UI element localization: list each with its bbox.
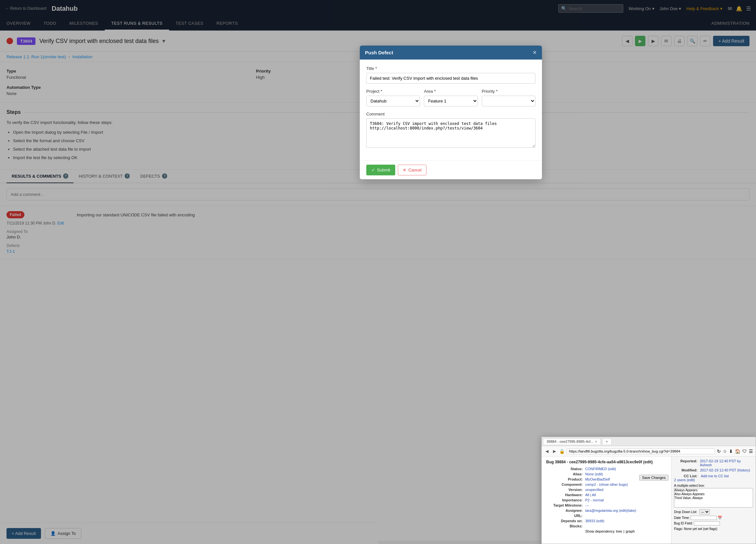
priority-select[interactable] [482, 96, 535, 106]
dropdown-label: Drop Down List: [674, 510, 697, 514]
bugzilla-urlbar: ◀ ▶ 🔒 ↻ ☆ ⬇ 🏠 🛡 ☰ [542, 446, 756, 456]
priority-col: Priority * [482, 89, 535, 106]
calendar-icon[interactable]: 📅 [718, 516, 722, 520]
comment-textarea[interactable]: T3604: Verify CSV import with enclosed t… [366, 118, 535, 148]
lock-icon: 🔒 [559, 449, 565, 454]
date-section: Date Time: 📅 [674, 516, 753, 520]
bugzilla-right-panel: Reported: 2017-02-19 12:40 PST by Ashesh… [671, 456, 756, 541]
cancel-button[interactable]: ✕ Cancel [398, 165, 426, 175]
modal-title: Push Defect [365, 50, 393, 55]
show-dep-row: Show dependency tree | graph [585, 529, 667, 533]
bugzilla-tab[interactable]: 39884 - cee27995-8985-4cf... ✕ [543, 438, 601, 444]
bug-target-row: Target Milestone: --- [546, 503, 667, 507]
priority-label: Priority * [482, 89, 535, 94]
bugzilla-tab-close[interactable]: ✕ [595, 440, 597, 443]
new-tab-button[interactable]: + [602, 438, 611, 444]
reported-row: Reported: 2017-02-19 12:40 PST by Ashesh [674, 459, 753, 467]
project-area-priority-row: Project * Datahub Area * Feature 1 Prior… [366, 89, 535, 106]
bug-depends-row: Depends on: 38933 (edit) [546, 519, 667, 523]
bug-assignee-row: Assignee: tara@regularista.org (edit)(ta… [546, 509, 667, 512]
star-icon[interactable]: ☆ [723, 449, 727, 454]
dropdown-select[interactable]: — [699, 510, 710, 514]
tree-link[interactable]: tree [616, 529, 622, 533]
refresh-icon[interactable]: ↻ [717, 449, 721, 454]
bug-hardware-row: Hardware: All | All [546, 493, 667, 497]
modal-body: Title * Project * Datahub Area * Feature… [360, 60, 542, 160]
download-icon[interactable]: ⬇ [729, 449, 733, 454]
home-icon[interactable]: 🏠 [735, 449, 740, 454]
bug-component-row: Component: comp2 - (show other bugs) [546, 483, 667, 486]
menu-icon[interactable]: ☰ [749, 449, 753, 454]
push-defect-modal: Push Defect ✕ Title * Project * Datahub … [360, 46, 542, 179]
check-icon: ✓ [371, 168, 375, 172]
graph-link[interactable]: graph [626, 529, 635, 533]
bug-importance-row: Importance: P2 - normal [546, 498, 667, 502]
multi-select-label: A multiple-select box: [674, 484, 753, 487]
bug-blocks-row: Blocks: [546, 524, 667, 528]
bug-title: Bug 39884 - cee27995-8985-4cfe-aa54-a981… [546, 460, 667, 464]
bugzilla-popup: 39884 - cee27995-8985-4cf... ✕ + ◀ ▶ 🔒 ↻… [541, 437, 756, 541]
back-btn[interactable]: ◀ [544, 449, 550, 454]
url-input[interactable] [567, 448, 715, 454]
comment-label: Comment [366, 112, 535, 116]
bugzilla-tab-label: 39884 - cee27995-8985-4cf... [547, 440, 593, 443]
comment-form-group: Comment T3604: Verify CSV import with en… [366, 112, 535, 149]
bug-status-row: Status: CONFIRMED (edit) [546, 467, 667, 471]
forward-btn[interactable]: ▶ [552, 449, 557, 454]
area-label: Area * [424, 89, 478, 94]
project-label: Project * [366, 89, 420, 94]
flags-section: Flags: None yet set (set flags) [674, 527, 753, 531]
date-input[interactable] [691, 516, 717, 520]
bugzilla-main: Save Changes Bug 39884 - cee27995-8985-4… [542, 456, 671, 541]
modal-actions: ✓ Submit ✕ Cancel [360, 160, 542, 179]
project-col: Project * Datahub [366, 89, 420, 106]
multiple-select-section: A multiple-select box: Always Appears Al… [674, 484, 753, 508]
dropdown-section: Drop Down List: — [674, 510, 753, 514]
title-input[interactable] [366, 73, 535, 84]
area-col: Area * Feature 1 [424, 89, 478, 106]
bug-url-row: URL: [546, 514, 667, 518]
submit-button[interactable]: ✓ Submit [366, 165, 395, 175]
x-icon: ✕ [403, 168, 406, 172]
date-label: Date Time: [674, 516, 690, 520]
area-select[interactable]: Feature 1 [424, 96, 478, 106]
multi-select[interactable]: Always Appears Also Always Appears Third… [674, 488, 753, 508]
shield-icon[interactable]: 🛡 [742, 449, 747, 454]
modified-row: Modified: 2017-02-19 12:40 PST (history) [674, 468, 753, 472]
bugzilla-tabbar: 39884 - cee27995-8985-4cf... ✕ + [542, 437, 756, 446]
flags-value: None yet set (set flags) [684, 527, 717, 531]
title-label: Title * [366, 66, 535, 71]
cc-section: CC List: Add me to CC list2 users (edit) [674, 474, 753, 482]
bug-id-section: Bug ID Field: [674, 521, 753, 525]
title-form-group: Title * [366, 66, 535, 84]
modal-header: Push Defect ✕ [360, 46, 542, 60]
bugzilla-body: Save Changes Bug 39884 - cee27995-8985-4… [542, 456, 756, 541]
project-select[interactable]: Datahub [366, 96, 420, 106]
bug-id-input[interactable] [694, 521, 720, 525]
bug-version-row: Version: unspecified [546, 488, 667, 492]
bug-id-label: Bug ID Field: [674, 522, 693, 525]
modal-close-button[interactable]: ✕ [533, 49, 537, 56]
flags-label: Flags: [674, 527, 683, 531]
save-changes-button[interactable]: Save Changes [639, 475, 668, 481]
